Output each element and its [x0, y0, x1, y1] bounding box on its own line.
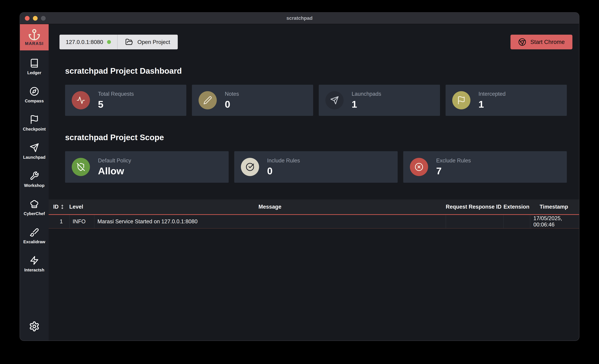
top-toolbar: 127.0.0.1:8080 Open Project Start Chrome [60, 35, 573, 49]
gear-icon [29, 321, 40, 332]
cell-message: Marasi Service Started on 127.0.0.1:8080 [94, 215, 446, 228]
stats-row: Total Requests 5 Notes 0 [65, 85, 567, 116]
table-row[interactable]: 1 INFO Marasi Service Started on 127.0.0… [49, 215, 579, 229]
flag-icon [30, 115, 39, 124]
app-window: scratchpad MARASI Ledger Compass [20, 13, 579, 341]
column-label: Extension [503, 204, 529, 210]
column-header-message[interactable]: Message [94, 204, 446, 210]
start-chrome-button[interactable]: Start Chrome [511, 35, 573, 49]
stat-label: Total Requests [98, 91, 134, 97]
settings-button[interactable] [29, 321, 40, 332]
compass-icon [30, 87, 39, 96]
scope-label: Exclude Rules [436, 158, 471, 164]
zap-icon [30, 256, 39, 265]
stat-card-intercepted: Intercepted 1 [446, 85, 567, 116]
scope-label: Default Policy [98, 158, 131, 164]
column-label: Request Response ID [446, 204, 502, 210]
sidebar-item-interactsh[interactable]: Interactsh [20, 256, 49, 284]
book-icon [30, 58, 39, 68]
stat-label: Launchpads [352, 91, 381, 97]
cell-request-response-id [446, 215, 503, 228]
main-content: 127.0.0.1:8080 Open Project Start Chrome… [49, 24, 579, 341]
sidebar: MARASI Ledger Compass Checkpoint Launc [20, 24, 49, 341]
chef-hat-icon [30, 199, 39, 209]
stat-value: 0 [225, 98, 239, 110]
open-project-label: Open Project [138, 39, 170, 45]
sidebar-item-label: Compass [25, 98, 44, 103]
window-titlebar: scratchpad [20, 13, 579, 24]
column-header-request-response-id[interactable]: Request Response ID [446, 204, 503, 210]
sidebar-nav: Ledger Compass Checkpoint Launchpad Work… [20, 58, 49, 284]
cell-timestamp: 17/05/2025, 00:06:46 [530, 215, 578, 228]
scope-row: Default Policy Allow Include Rules 0 [65, 151, 567, 183]
log-table: ID Level Message Request Response ID Ext… [49, 199, 579, 229]
cell-extension [503, 215, 530, 228]
scope-title: scratchpad Project Scope [65, 133, 579, 142]
column-label: Timestamp [539, 204, 568, 210]
column-header-id[interactable]: ID [53, 204, 69, 210]
cell-level: INFO [69, 215, 94, 228]
scope-label: Include Rules [267, 158, 300, 164]
scope-card-exclude-rules: Exclude Rules 7 [403, 151, 567, 183]
column-label: ID [53, 204, 59, 210]
scope-value: 0 [267, 165, 300, 177]
sidebar-item-excalidraw[interactable]: Excalidraw [20, 228, 49, 256]
minimize-window-button[interactable] [33, 16, 38, 21]
sidebar-item-cyberchef[interactable]: CyberChef [20, 199, 49, 228]
window-title: scratchpad [286, 15, 312, 21]
cell-id: 1 [53, 215, 69, 228]
sidebar-item-label: Interactsh [24, 267, 44, 273]
circle-check-icon [241, 158, 259, 176]
wrench-icon [30, 171, 39, 181]
stat-label: Notes [225, 91, 239, 97]
circle-x-icon [410, 158, 428, 176]
anchor-icon [28, 28, 40, 41]
send-icon [326, 91, 344, 109]
column-header-level[interactable]: Level [69, 204, 94, 210]
marasi-logo-text: MARASI [25, 41, 44, 46]
traffic-lights [25, 13, 46, 24]
proxy-chip: 127.0.0.1:8080 Open Project [60, 35, 178, 49]
sidebar-item-label: CyberChef [24, 211, 45, 216]
stat-value: 5 [98, 98, 134, 110]
stat-label: Intercepted [478, 91, 506, 97]
scope-card-default-policy: Default Policy Allow [65, 151, 229, 183]
scope-card-include-rules: Include Rules 0 [234, 151, 398, 183]
proxy-status-dot [107, 40, 111, 44]
log-table-header: ID Level Message Request Response ID Ext… [49, 199, 579, 215]
open-project-button[interactable]: Open Project [118, 35, 178, 49]
stat-value: 1 [352, 98, 381, 110]
sidebar-item-label: Checkpoint [23, 127, 46, 132]
flag-icon [452, 91, 470, 109]
paintbrush-icon [30, 228, 39, 237]
activity-icon [72, 91, 90, 109]
start-chrome-label: Start Chrome [530, 39, 565, 45]
sidebar-item-workshop[interactable]: Workshop [20, 171, 49, 199]
dashboard-title: scratchpad Project Dashboard [65, 66, 579, 76]
sidebar-item-label: Launchpad [23, 155, 45, 160]
zoom-window-button[interactable] [41, 16, 46, 21]
close-window-button[interactable] [25, 16, 30, 21]
sidebar-item-ledger[interactable]: Ledger [20, 58, 49, 87]
sidebar-item-launchpad[interactable]: Launchpad [20, 143, 49, 171]
stat-value: 1 [478, 98, 506, 110]
sidebar-item-label: Workshop [24, 183, 45, 188]
stat-card-notes: Notes 0 [192, 85, 313, 116]
scope-value: Allow [98, 165, 131, 177]
proxy-address-text: 127.0.0.1:8080 [66, 39, 103, 45]
column-header-extension[interactable]: Extension [503, 204, 530, 210]
stat-card-launchpads: Launchpads 1 [319, 85, 440, 116]
shield-off-icon [72, 158, 90, 176]
pencil-icon [199, 91, 217, 109]
sidebar-item-label: Excalidraw [23, 240, 45, 244]
sidebar-item-checkpoint[interactable]: Checkpoint [20, 115, 49, 143]
column-header-timestamp[interactable]: Timestamp [530, 204, 578, 210]
sidebar-item-compass[interactable]: Compass [20, 87, 49, 115]
send-icon [30, 143, 39, 152]
marasi-logo: MARASI [20, 24, 49, 50]
column-label: Message [259, 204, 282, 210]
sidebar-item-label: Ledger [27, 70, 41, 75]
folder-open-icon [125, 38, 133, 46]
scope-value: 7 [436, 165, 471, 177]
sort-icon [60, 204, 65, 209]
